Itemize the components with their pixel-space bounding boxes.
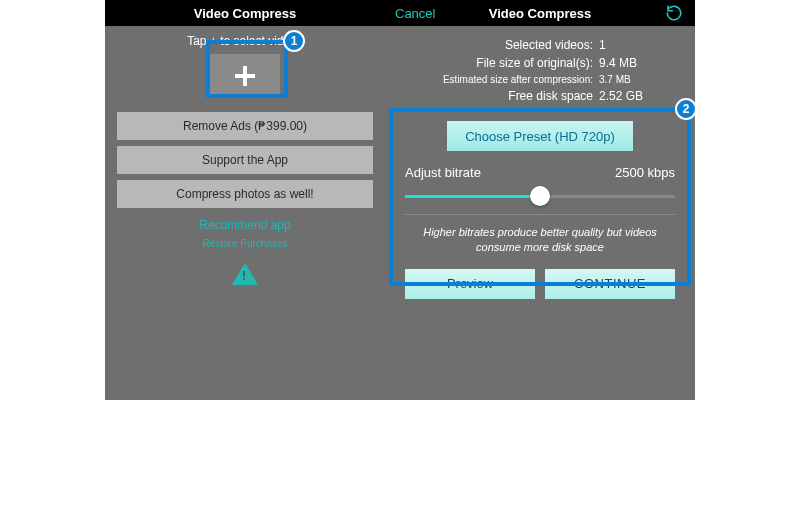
free-space-value: 2.52 GB — [599, 87, 655, 105]
remove-ads-button[interactable]: Remove Ads (₱399.00) — [117, 112, 373, 140]
bitrate-label: Adjust bitrate — [405, 165, 481, 180]
plus-icon — [232, 63, 258, 89]
bitrate-hint: Higher bitrates produce better quality b… — [405, 225, 675, 255]
file-info: Selected videos:1 File size of original(… — [385, 36, 695, 105]
preview-button[interactable]: Preview — [405, 269, 535, 299]
selected-videos-value: 1 — [599, 36, 655, 54]
bitrate-slider[interactable] — [405, 186, 675, 208]
add-video-button[interactable] — [210, 54, 280, 98]
warning-icon[interactable] — [232, 263, 258, 285]
divider — [405, 214, 675, 215]
app-title: Video Compress — [194, 6, 296, 21]
recommend-app-link[interactable]: Recommend app — [105, 218, 385, 232]
topbar: Video Compress — [105, 0, 385, 26]
continue-button[interactable]: CONTINUE — [545, 269, 675, 299]
app-title: Video Compress — [489, 6, 591, 21]
original-size-value: 9.4 MB — [599, 54, 655, 72]
slider-fill — [405, 195, 540, 198]
restore-purchases-link[interactable]: Restore Purchases — [105, 238, 385, 249]
svg-rect-1 — [235, 74, 255, 78]
compress-settings-screen: Cancel Video Compress Selected videos:1 … — [385, 0, 695, 400]
estimated-size-value: 3.7 MB — [599, 72, 655, 87]
choose-preset-button[interactable]: Choose Preset (HD 720p) — [447, 121, 633, 151]
slider-knob[interactable] — [530, 186, 550, 206]
support-app-button[interactable]: Support the App — [117, 146, 373, 174]
estimated-size-label: Estimated size after compression: — [425, 72, 593, 87]
bitrate-value: 2500 kbps — [615, 165, 675, 180]
tap-hint: Tap + to select videos — [105, 34, 385, 48]
settings-box: Choose Preset (HD 720p) Adjust bitrate 2… — [395, 113, 685, 311]
home-screen: Video Compress Tap + to select videos Re… — [105, 0, 385, 400]
selected-videos-label: Selected videos: — [425, 36, 593, 54]
compress-photos-button[interactable]: Compress photos as well! — [117, 180, 373, 208]
free-space-label: Free disk space — [425, 87, 593, 105]
refresh-icon[interactable] — [665, 0, 683, 26]
topbar: Cancel Video Compress — [385, 0, 695, 26]
cancel-button[interactable]: Cancel — [395, 0, 435, 26]
original-size-label: File size of original(s): — [425, 54, 593, 72]
